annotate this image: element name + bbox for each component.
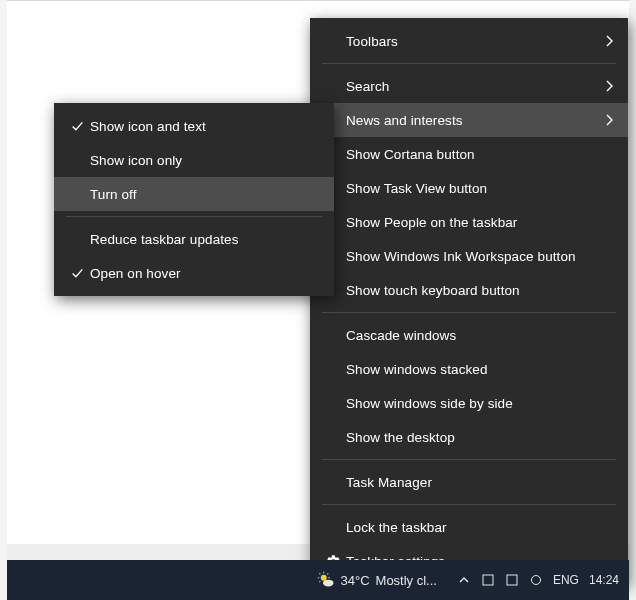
tray-app-icon[interactable]	[505, 573, 519, 587]
weather-widget[interactable]: 34°C Mostly cl...	[307, 560, 447, 600]
submenu-item-turn-off[interactable]: Turn off	[54, 177, 334, 211]
menu-label: Show windows side by side	[346, 396, 596, 411]
submenu-item-show-icon-only[interactable]: Show icon only	[54, 143, 334, 177]
svg-line-7	[319, 581, 320, 582]
check-icon	[64, 120, 90, 133]
menu-label: Show windows stacked	[346, 362, 596, 377]
menu-label: Show icon only	[90, 153, 302, 168]
menu-label: Task Manager	[346, 475, 596, 490]
menu-label: News and interests	[346, 113, 596, 128]
menu-label: Show icon and text	[90, 119, 302, 134]
menu-label: Lock the taskbar	[346, 520, 596, 535]
weather-icon	[317, 571, 335, 589]
submenu-item-reduce-updates[interactable]: Reduce taskbar updates	[54, 222, 334, 256]
separator	[322, 504, 616, 505]
svg-rect-11	[507, 575, 517, 585]
weather-description: Mostly cl...	[376, 573, 437, 588]
svg-rect-10	[483, 575, 493, 585]
menu-item-show-touch-keyboard[interactable]: Show touch keyboard button	[310, 273, 628, 307]
menu-item-cascade[interactable]: Cascade windows	[310, 318, 628, 352]
svg-line-5	[319, 573, 320, 574]
menu-item-toolbars[interactable]: Toolbars	[310, 24, 628, 58]
menu-item-lock-taskbar[interactable]: Lock the taskbar	[310, 510, 628, 544]
separator	[322, 459, 616, 460]
menu-item-task-manager[interactable]: Task Manager	[310, 465, 628, 499]
svg-point-0	[320, 575, 326, 581]
menu-item-show-ink[interactable]: Show Windows Ink Workspace button	[310, 239, 628, 273]
tray-language[interactable]: ENG	[553, 573, 579, 587]
menu-label: Turn off	[90, 187, 302, 202]
menu-label: Toolbars	[346, 34, 596, 49]
submenu-item-open-on-hover[interactable]: Open on hover	[54, 256, 334, 290]
menu-item-show-task-view[interactable]: Show Task View button	[310, 171, 628, 205]
menu-label: Show the desktop	[346, 430, 596, 445]
separator	[66, 216, 322, 217]
system-tray[interactable]: ENG 14:24	[447, 560, 629, 600]
menu-item-show-desktop[interactable]: Show the desktop	[310, 420, 628, 454]
menu-item-side-by-side[interactable]: Show windows side by side	[310, 386, 628, 420]
menu-item-show-people[interactable]: Show People on the taskbar	[310, 205, 628, 239]
menu-label: Show touch keyboard button	[346, 283, 596, 298]
chevron-right-icon	[596, 80, 614, 92]
separator	[322, 312, 616, 313]
menu-item-news-and-interests[interactable]: News and interests	[310, 103, 628, 137]
chevron-right-icon	[596, 35, 614, 47]
submenu-item-show-icon-text[interactable]: Show icon and text	[54, 109, 334, 143]
menu-label: Reduce taskbar updates	[90, 232, 302, 247]
menu-item-search[interactable]: Search	[310, 69, 628, 103]
menu-label: Search	[346, 79, 596, 94]
menu-label: Show People on the taskbar	[346, 215, 596, 230]
menu-item-stacked[interactable]: Show windows stacked	[310, 352, 628, 386]
news-interests-submenu: Show icon and text Show icon only Turn o…	[54, 103, 334, 296]
weather-temperature: 34°C	[341, 573, 370, 588]
chevron-up-icon[interactable]	[457, 573, 471, 587]
svg-line-8	[327, 573, 328, 574]
menu-label: Show Windows Ink Workspace button	[346, 249, 596, 264]
menu-label: Show Cortana button	[346, 147, 596, 162]
taskbar[interactable]: 34°C Mostly cl... ENG 14:24	[7, 560, 629, 600]
check-icon	[64, 267, 90, 280]
menu-label: Show Task View button	[346, 181, 596, 196]
tray-app-icon[interactable]	[481, 573, 495, 587]
chevron-right-icon	[596, 114, 614, 126]
menu-label: Cascade windows	[346, 328, 596, 343]
menu-label: Open on hover	[90, 266, 302, 281]
menu-item-show-cortana[interactable]: Show Cortana button	[310, 137, 628, 171]
tray-app-icon[interactable]	[529, 573, 543, 587]
separator	[322, 63, 616, 64]
tray-time[interactable]: 14:24	[589, 573, 619, 587]
taskbar-context-menu: Toolbars Search News and interests Show …	[310, 18, 628, 584]
svg-point-9	[323, 580, 334, 587]
svg-point-12	[531, 576, 540, 585]
